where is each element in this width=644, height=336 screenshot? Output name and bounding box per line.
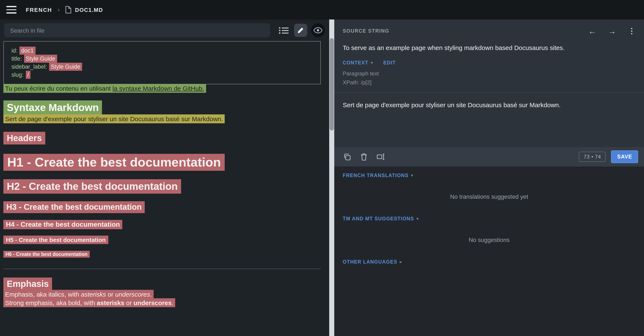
untranslated-string[interactable]: Strong emphasis, aka bold, with asterisk… [4,298,175,307]
chevron-down-icon: ▾ [416,217,419,221]
translation-input[interactable]: Sert de page d'exemple pour styliser un … [343,101,636,127]
file-icon [65,6,72,14]
translation-panel: SOURCE STRING ← → ⋮ To serve as an examp… [334,20,644,336]
context-type: Paragraph text [343,69,636,78]
frontmatter-value-string[interactable]: / [26,71,31,79]
left-toolbar [0,20,329,40]
eye-icon [314,27,322,34]
chevron-right-icon: › [58,6,60,14]
edit-context-button[interactable]: EDIT [383,60,396,65]
bold-segment: underscores [134,299,172,306]
copy-source-icon[interactable] [340,150,354,163]
tm-empty-text: No suggestions [343,236,636,243]
suggestions-area: FRENCH TRANSLATIONS▾ No translations sug… [334,166,644,336]
text-segment: or [124,299,134,306]
untranslated-string[interactable]: Emphasis, aka italics, with asterisks or… [4,290,154,299]
section-tm-mt-suggestions[interactable]: TM AND MT SUGGESTIONS▾ [343,216,636,221]
frontmatter-line: id:doc1 [12,47,313,55]
text-cursor-icon[interactable] [374,150,388,163]
file-preview-panel: id:doc1 title:Style Guide sidebar_label:… [0,20,334,336]
breadcrumb-project[interactable]: FRENCH [26,7,52,13]
translated-string[interactable]: Tu peux écrire du contenu en utilisant l… [4,84,206,93]
frontmatter-line: sidebar_label:Style Guide [12,63,313,71]
h6-string[interactable]: H6 - Create the best documentation [4,251,90,258]
source-string-block: SOURCE STRING ← → ⋮ To serve as an examp… [334,20,644,93]
translation-block: Sert de page d'exemple pour styliser un … [334,93,644,147]
translations-empty-text: No translations suggested yet [343,193,636,200]
translation-editor-app: FRENCH › DOC1.MD [0,0,644,336]
menu-icon[interactable] [6,6,16,14]
frontmatter-value-string[interactable]: doc1 [20,47,36,55]
more-options-icon[interactable]: ⋮ [628,27,636,35]
section-french-translations[interactable]: FRENCH TRANSLATIONS▾ [343,173,636,178]
translation-toolbar: 73 • 74 SAVE [334,147,644,166]
heading-translated-string[interactable]: Syntaxe Markdown [4,100,102,115]
string-list-icon[interactable] [278,24,290,37]
h3-string[interactable]: H3 - Create the best documentation [4,201,145,213]
scrollbar-thumb[interactable] [330,38,334,130]
edit-mode-button[interactable] [294,24,307,37]
paragraph-selected: Sert de page d'exemple pour styliser un … [4,115,321,123]
chevron-down-icon: ▾ [371,61,373,65]
frontmatter-value-string[interactable]: Style Guide [24,55,57,63]
text-segment: Strong emphasis, aka bold, with [5,299,97,306]
frontmatter-block: id:doc1 title:Style Guide sidebar_label:… [4,41,321,84]
paragraph-translated: Tu peux écrire du contenu en utilisant l… [4,84,321,93]
section-label: OTHER LANGUAGES [343,259,397,264]
chevron-down-icon: ▾ [411,173,414,178]
previous-string-icon[interactable]: ← [588,27,596,35]
breadcrumb-file[interactable]: DOC1.MD [75,7,103,13]
text-segment: . [172,299,173,306]
h2-string[interactable]: H2 - Create the best documentation [4,179,181,194]
context-info: Paragraph text XPath: /p[2] [343,69,636,92]
paragraph-untranslated: Emphasis, aka italics, with asterisks or… [4,290,321,299]
h4-string[interactable]: H4 - Create the best documentation [4,220,122,229]
link-segment[interactable]: la syntaxe Markdown de GitHub. [112,85,204,92]
text-segment: or [106,291,115,298]
search-input[interactable] [4,23,270,37]
document-preview: id:doc1 title:Style Guide sidebar_label:… [0,40,329,307]
h1-string[interactable]: H1 - Create the best documentation [4,154,225,171]
section-label: TM AND MT SUGGESTIONS [343,216,414,221]
preview-mode-button[interactable] [311,23,325,37]
left-panel-scrollbar[interactable] [329,20,334,336]
paragraph-untranslated: Strong emphasis, aka bold, with asterisk… [4,299,321,307]
context-xpath: XPath: /p[2] [343,78,636,87]
clear-translation-icon[interactable] [357,150,371,163]
frontmatter-line: title:Style Guide [12,55,313,63]
text-segment: Tu peux écrire du contenu en utilisant [5,85,112,92]
italic-segment: asterisks [81,291,106,298]
next-string-icon[interactable]: → [608,27,616,35]
frontmatter-value-string[interactable]: Style Guide [49,63,82,71]
chevron-right-icon: ▸ [400,260,402,264]
text-segment: . [150,291,152,298]
text-segment: Emphasis, aka italics, with [5,291,81,298]
save-button[interactable]: SAVE [611,150,638,163]
edit-label: EDIT [383,60,396,65]
heading-untranslated-string[interactable]: Emphasis [4,277,52,290]
section-other-languages[interactable]: OTHER LANGUAGES▸ [343,259,636,264]
char-counter: 73 • 74 [579,152,606,162]
selected-string[interactable]: Sert de page d'exemple pour styliser un … [4,114,225,123]
pencil-icon [297,27,304,34]
frontmatter-key: id: [12,48,18,54]
heading-untranslated-string[interactable]: Headers [4,132,45,144]
frontmatter-key: sidebar_label: [12,64,47,70]
frontmatter-key: slug: [12,72,24,78]
source-string-label: SOURCE STRING [343,28,389,34]
italic-segment: underscores [115,291,150,298]
frontmatter-line: slug:/ [12,71,313,79]
source-string-text: To serve as an example page when styling… [343,44,636,51]
top-bar: FRENCH › DOC1.MD [0,0,644,20]
frontmatter-key: title: [12,56,22,62]
main-split: id:doc1 title:Style Guide sidebar_label:… [0,20,644,336]
h5-string[interactable]: H5 - Create the best documentation [4,236,108,244]
section-label: FRENCH TRANSLATIONS [343,173,408,178]
context-toggle[interactable]: CONTEXT▾ [343,60,373,65]
context-label: CONTEXT [343,60,368,65]
bold-segment: asterisks [97,299,124,306]
